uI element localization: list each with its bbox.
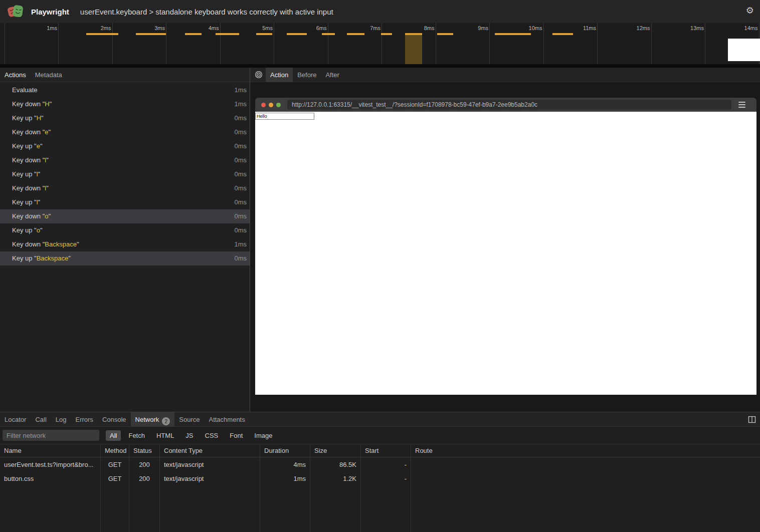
tab-errors[interactable]: Errors xyxy=(71,412,97,427)
action-row[interactable]: Key down "Backspace"1ms xyxy=(0,237,250,251)
timeline[interactable]: 1ms2ms3ms4ms5ms6ms7ms8ms9ms10ms11ms12ms1… xyxy=(0,23,760,64)
timeline-cell: 4ms xyxy=(166,23,220,64)
tab-action[interactable]: Action xyxy=(266,68,293,82)
action-duration: 0ms xyxy=(234,223,247,237)
action-duration: 0ms xyxy=(234,181,247,195)
timeline-selected-action-bar[interactable] xyxy=(405,33,422,64)
column-header-duration[interactable]: Duration xyxy=(260,444,310,457)
action-label: Key up " xyxy=(12,226,37,234)
action-quote: " xyxy=(41,114,44,122)
action-key: H xyxy=(37,114,41,122)
action-duration: 1ms xyxy=(234,83,247,97)
network-filter-input[interactable] xyxy=(3,430,99,441)
tab-call[interactable]: Call xyxy=(31,412,51,427)
network-type-filters: AllFetchHTMLJSCSSFontImage xyxy=(106,430,280,441)
action-duration: 0ms xyxy=(234,139,247,153)
tab-after[interactable]: After xyxy=(321,68,343,82)
cell-status: 200 xyxy=(129,457,160,471)
action-duration: 0ms xyxy=(234,125,247,139)
timeline-action-tick xyxy=(347,33,364,35)
network-request-row[interactable]: userEvent.test.ts?import&bro...GET200tex… xyxy=(0,457,760,471)
column-header-status[interactable]: Status xyxy=(129,444,160,457)
filter-chip-html[interactable]: HTML xyxy=(152,430,178,441)
tab-source[interactable]: Source xyxy=(174,412,204,427)
network-header-row: NameMethodStatusContent TypeDurationSize… xyxy=(0,444,760,457)
column-header-start[interactable]: Start xyxy=(361,444,411,457)
action-row[interactable]: Key down "e"0ms xyxy=(0,125,250,139)
timeline-divider xyxy=(0,64,760,68)
column-header-name[interactable]: Name xyxy=(0,444,101,457)
tab-before[interactable]: Before xyxy=(293,68,321,82)
tab-console[interactable]: Console xyxy=(98,412,131,427)
action-duration: 0ms xyxy=(234,153,247,167)
pick-locator-target-icon[interactable] xyxy=(255,71,263,79)
action-row[interactable]: Key down "l"0ms xyxy=(0,153,250,167)
column-header-content-type[interactable]: Content Type xyxy=(160,444,260,457)
network-table: NameMethodStatusContent TypeDurationSize… xyxy=(0,444,760,532)
action-row[interactable]: Key down "l"0ms xyxy=(0,181,250,195)
network-request-row[interactable]: button.cssGET200text/javascript1ms1.2K- xyxy=(0,471,760,485)
timeline-cell: 10ms xyxy=(489,23,543,64)
timeline-tick-label: 6ms xyxy=(316,25,327,31)
tab-actions[interactable]: Actions xyxy=(0,68,31,82)
cell-start: - xyxy=(361,471,411,485)
timeline-tick-label: 3ms xyxy=(154,25,165,31)
timeline-action-tick xyxy=(322,33,335,35)
timeline-cell: 11ms xyxy=(543,23,598,64)
details-tab-bar: LocatorCallLogErrorsConsoleNetwork2Sourc… xyxy=(0,412,760,427)
action-row[interactable]: Key up "H"0ms xyxy=(0,111,250,125)
timeline-action-tick xyxy=(437,33,453,35)
action-row[interactable]: Key down "H"1ms xyxy=(0,97,250,111)
filter-chip-all[interactable]: All xyxy=(106,430,121,441)
network-filter-row: AllFetchHTMLJSCSSFontImage xyxy=(0,427,760,444)
action-key: o xyxy=(45,212,48,220)
filter-chip-font[interactable]: Font xyxy=(226,430,247,441)
timeline-cell: 2ms xyxy=(58,23,112,64)
action-quote: " xyxy=(50,100,52,108)
action-key: e xyxy=(37,142,40,150)
column-header-size[interactable]: Size xyxy=(310,444,361,457)
split-view-icon[interactable] xyxy=(748,416,756,423)
action-row[interactable]: Evaluate1ms xyxy=(0,83,250,97)
timeline-tick-label: 7ms xyxy=(370,25,381,31)
filter-chip-image[interactable]: Image xyxy=(250,430,276,441)
action-key: o xyxy=(37,226,40,234)
action-quote: " xyxy=(77,240,79,248)
action-duration: 0ms xyxy=(234,195,247,209)
header-bar: Playwright userEvent.keyboard > standalo… xyxy=(0,0,760,23)
snapshot-text-input[interactable] xyxy=(255,113,314,120)
tab-metadata[interactable]: Metadata xyxy=(31,68,67,82)
settings-gear-icon[interactable]: ⚙ xyxy=(746,6,754,15)
column-header-method[interactable]: Method xyxy=(101,444,129,457)
tab-network[interactable]: Network2 xyxy=(131,412,175,427)
timeline-tick-label: 11ms xyxy=(583,25,596,31)
action-key: Backspace xyxy=(45,240,77,248)
network-table-filler xyxy=(0,485,760,532)
action-duration: 0ms xyxy=(234,251,247,265)
timeline-action-tick xyxy=(287,33,307,35)
tab-log[interactable]: Log xyxy=(51,412,71,427)
tab-attachments[interactable]: Attachments xyxy=(204,412,249,427)
action-row[interactable]: Key up "l"0ms xyxy=(0,167,250,181)
action-row[interactable]: Key up "o"0ms xyxy=(0,223,250,237)
filter-chip-css[interactable]: CSS xyxy=(201,430,223,441)
details-panel: LocatorCallLogErrorsConsoleNetwork2Sourc… xyxy=(0,412,760,532)
cell-name: userEvent.test.ts?import&bro... xyxy=(0,457,101,471)
cell-route xyxy=(411,471,760,485)
snapshot-tabs: ActionBeforeAfter xyxy=(266,68,344,82)
action-duration: 0ms xyxy=(234,111,247,125)
filter-chip-fetch[interactable]: Fetch xyxy=(124,430,149,441)
action-label: Key down " xyxy=(12,128,45,136)
cell-size: 1.2K xyxy=(310,471,361,485)
action-row[interactable]: Key down "o"0ms xyxy=(0,209,250,223)
tab-locator[interactable]: Locator xyxy=(0,412,31,427)
filter-chip-js[interactable]: JS xyxy=(181,430,197,441)
action-row[interactable]: Key up "l"0ms xyxy=(0,195,250,209)
action-key: H xyxy=(45,100,49,108)
timeline-screenshot-thumbnail[interactable] xyxy=(728,39,760,61)
action-row[interactable]: Key up "Backspace"0ms xyxy=(0,251,250,265)
action-duration: 1ms xyxy=(234,237,247,251)
action-row[interactable]: Key up "e"0ms xyxy=(0,139,250,153)
cell-size: 86.5K xyxy=(310,457,361,471)
column-header-route[interactable]: Route xyxy=(411,444,760,457)
